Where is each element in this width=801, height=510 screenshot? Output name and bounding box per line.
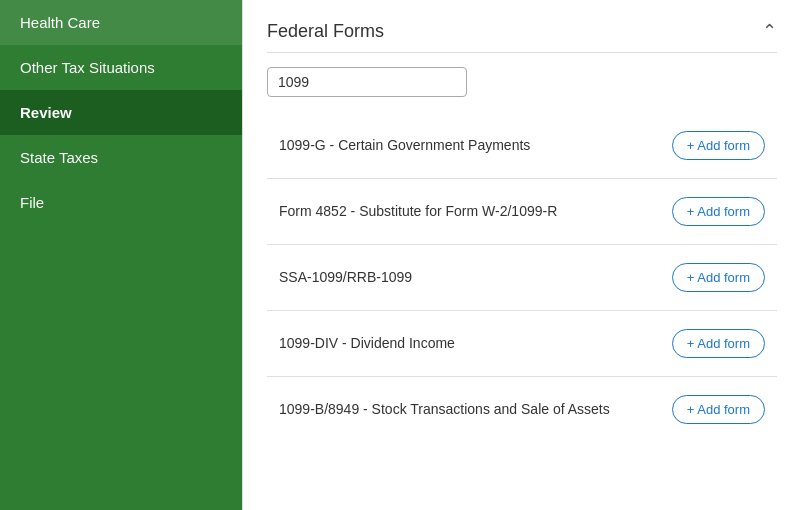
section-title: Federal Forms [267,21,384,42]
form-label-ssa-1099: SSA-1099/RRB-1099 [279,268,672,288]
form-label-1099-g: 1099-G - Certain Government Payments [279,136,672,156]
sidebar-item-other-tax[interactable]: Other Tax Situations [0,45,242,90]
form-row-1099-g: 1099-G - Certain Government Payments+ Ad… [267,113,777,179]
form-row-1099-b: 1099-B/8949 - Stock Transactions and Sal… [267,377,777,442]
chevron-up-icon[interactable]: ⌃ [762,20,777,42]
sidebar: Health CareOther Tax SituationsReviewSta… [0,0,242,510]
form-label-1099-b: 1099-B/8949 - Stock Transactions and Sal… [279,400,672,420]
forms-list: 1099-G - Certain Government Payments+ Ad… [267,113,777,442]
form-label-1099-div: 1099-DIV - Dividend Income [279,334,672,354]
form-row-1099-div: 1099-DIV - Dividend Income+ Add form [267,311,777,377]
sidebar-item-state-taxes[interactable]: State Taxes [0,135,242,180]
section-header: Federal Forms ⌃ [267,20,777,53]
sidebar-item-health-care[interactable]: Health Care [0,0,242,45]
add-form-button-1099-b[interactable]: + Add form [672,395,765,424]
search-input[interactable] [267,67,467,97]
form-row-ssa-1099: SSA-1099/RRB-1099+ Add form [267,245,777,311]
main-content: Federal Forms ⌃ 1099-G - Certain Governm… [242,0,801,510]
form-label-4852: Form 4852 - Substitute for Form W-2/1099… [279,202,672,222]
add-form-button-4852[interactable]: + Add form [672,197,765,226]
sidebar-item-file[interactable]: File [0,180,242,225]
form-row-4852: Form 4852 - Substitute for Form W-2/1099… [267,179,777,245]
add-form-button-ssa-1099[interactable]: + Add form [672,263,765,292]
add-form-button-1099-g[interactable]: + Add form [672,131,765,160]
sidebar-item-review[interactable]: Review [0,90,242,135]
add-form-button-1099-div[interactable]: + Add form [672,329,765,358]
